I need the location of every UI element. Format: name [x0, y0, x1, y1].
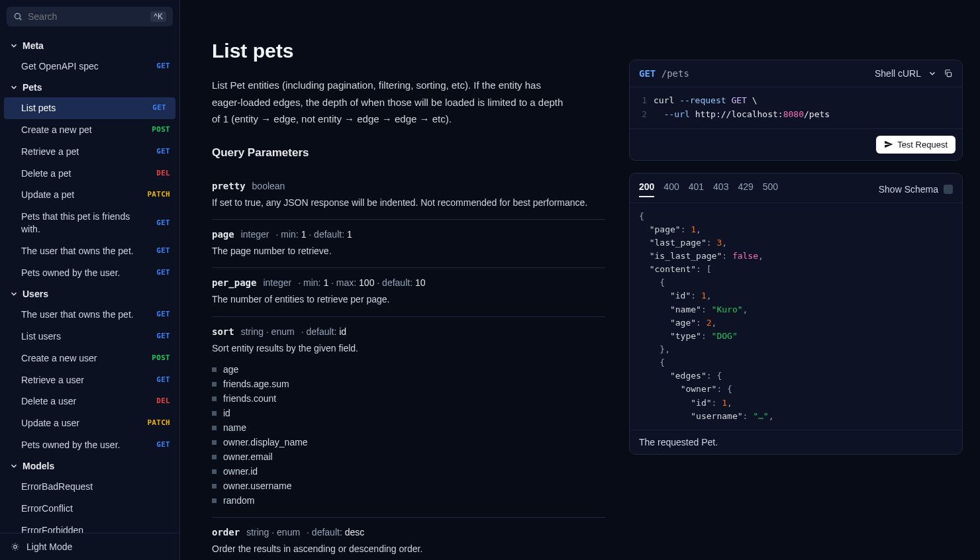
- nav-item[interactable]: The user that owns the pet.GET: [0, 304, 179, 326]
- nav-item-label: Update a user: [21, 417, 147, 430]
- enum-value: name: [212, 420, 605, 435]
- nav-item-label: Get OpenAPI spec: [21, 60, 156, 73]
- nav-item-label: The user that owns the pet.: [21, 308, 156, 321]
- chevron-down-icon: [9, 461, 19, 471]
- nav-item[interactable]: Create a new petPOST: [0, 119, 179, 141]
- enum-value: id: [212, 406, 605, 420]
- theme-toggle[interactable]: Light Mode: [0, 533, 179, 560]
- param-name: pretty: [212, 181, 246, 191]
- chevron-down-icon: [9, 289, 19, 299]
- bullet-icon: [212, 367, 217, 372]
- param-name: order: [212, 527, 240, 537]
- enum-value: friends.age.sum: [212, 377, 605, 391]
- param-type: integer: [263, 277, 291, 288]
- method-badge: GET: [156, 310, 170, 320]
- svg-line-9: [13, 549, 13, 549]
- response-tab-400[interactable]: 400: [663, 181, 679, 197]
- page-description: List Pet entities (including pagination,…: [212, 77, 569, 128]
- response-tab-429[interactable]: 429: [738, 181, 753, 197]
- search-box[interactable]: ^K: [7, 7, 173, 26]
- nav-item[interactable]: The user that owns the pet.GET: [0, 240, 179, 262]
- param-type: integer: [241, 229, 270, 240]
- code-block: 1curl --request GET \ 2 --url http://loc…: [630, 87, 962, 128]
- enum-value: owner.id: [212, 464, 605, 479]
- enum-value: friends.count: [212, 391, 605, 406]
- nav-item-label: Pets owned by the user.: [21, 267, 156, 279]
- response-tab-401[interactable]: 401: [689, 181, 704, 197]
- nav-item[interactable]: Get OpenAPI specGET: [0, 56, 179, 77]
- svg-point-0: [15, 13, 20, 19]
- nav-group-header[interactable]: Users: [0, 284, 179, 304]
- svg-line-5: [13, 544, 13, 545]
- method-badge: PATCH: [147, 418, 170, 428]
- response-body: { "page": 1, "last_page": 3, "is_last_pa…: [630, 203, 962, 430]
- nav-item[interactable]: List usersGET: [0, 326, 179, 348]
- method-badge: GET: [156, 218, 170, 228]
- nav-item[interactable]: Delete a userDEL: [0, 391, 179, 412]
- copy-icon[interactable]: [944, 69, 953, 78]
- param-type: boolean: [252, 181, 285, 191]
- nav-item[interactable]: ErrorBadRequest: [0, 476, 179, 498]
- param-type: string · enum: [246, 527, 300, 537]
- chevron-down-icon: [9, 41, 19, 50]
- send-icon: [884, 140, 893, 149]
- nav: MetaGet OpenAPI specGETPetsList petsGETC…: [0, 33, 179, 560]
- search-icon: [13, 12, 23, 21]
- nav-item[interactable]: Pets owned by the user.GET: [0, 262, 179, 284]
- enum-value: owner.display_name: [212, 435, 605, 449]
- nav-item[interactable]: Retrieve a petGET: [0, 141, 179, 163]
- svg-line-10: [17, 544, 18, 545]
- query-param: per_page integer · min: 1 · max: 100 · d…: [212, 268, 605, 316]
- method-badge: DEL: [156, 169, 170, 179]
- response-tabs: 200400401403429500Show Schema: [630, 173, 962, 203]
- search-input[interactable]: [28, 11, 145, 22]
- nav-item[interactable]: Pets that this pet is friends with.GET: [0, 206, 179, 240]
- svg-line-6: [17, 549, 18, 549]
- test-request-button[interactable]: Test Request: [876, 136, 956, 154]
- response-tab-200[interactable]: 200: [639, 181, 654, 197]
- svg-line-1: [20, 19, 22, 21]
- content: List pets List Pet entities (including p…: [180, 0, 622, 560]
- language-selector[interactable]: Shell cURL: [875, 68, 953, 79]
- response-description: The requested Pet.: [630, 430, 962, 454]
- param-name: per_page: [212, 277, 256, 288]
- enum-value: owner.username: [212, 479, 605, 493]
- search-shortcut: ^K: [150, 11, 166, 22]
- method-badge: GET: [156, 246, 170, 256]
- nav-group-header[interactable]: Pets: [0, 77, 179, 97]
- method-badge: GET: [156, 440, 170, 450]
- param-desc: Order the results in ascending or descen…: [212, 541, 605, 556]
- bullet-icon: [212, 440, 217, 445]
- svg-rect-11: [947, 72, 951, 76]
- nav-item-label: Pets owned by the user.: [21, 439, 156, 451]
- endpoint-path: /pets: [662, 68, 689, 79]
- param-meta: · default: id: [301, 326, 347, 337]
- theme-label: Light Mode: [26, 541, 72, 552]
- nav-group-header[interactable]: Meta: [0, 36, 179, 56]
- nav-item[interactable]: ErrorConflict: [0, 498, 179, 520]
- nav-item-label: Create a new pet: [21, 124, 152, 136]
- query-param: pretty booleanIf set to true, any JSON r…: [212, 171, 605, 220]
- toggle-icon: [944, 185, 953, 194]
- nav-item[interactable]: Create a new userPOST: [0, 348, 179, 369]
- nav-item[interactable]: Update a petPATCH: [0, 184, 179, 206]
- nav-item[interactable]: List petsGET: [4, 97, 175, 119]
- chevron-down-icon: [928, 69, 937, 78]
- method-badge: DEL: [156, 397, 170, 406]
- nav-item-label: List users: [21, 330, 156, 343]
- nav-item-label: Retrieve a pet: [21, 146, 156, 158]
- nav-item[interactable]: Retrieve a userGET: [0, 369, 179, 391]
- response-tab-500[interactable]: 500: [763, 181, 778, 197]
- nav-item-label: ErrorBadRequest: [21, 481, 170, 493]
- svg-point-2: [14, 545, 17, 549]
- nav-item[interactable]: Delete a petDEL: [0, 163, 179, 185]
- nav-item[interactable]: Pets owned by the user.GET: [0, 434, 179, 456]
- show-schema-toggle[interactable]: Show Schema: [879, 181, 953, 197]
- nav-group-header[interactable]: Models: [0, 456, 179, 476]
- method-badge: GET: [152, 103, 166, 113]
- nav-item[interactable]: Update a userPATCH: [0, 412, 179, 434]
- query-param: sort string · enum · default: idSort ent…: [212, 317, 605, 518]
- language-label: Shell cURL: [875, 68, 921, 79]
- response-tab-403[interactable]: 403: [713, 181, 728, 197]
- method-badge: GET: [639, 68, 656, 79]
